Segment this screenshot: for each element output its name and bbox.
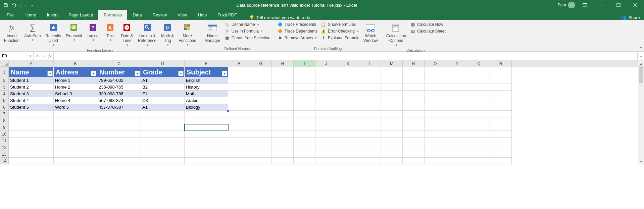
cell-G4[interactable] [250,91,272,97]
cell-O8[interactable] [425,117,446,124]
cell-C13[interactable] [97,151,141,158]
cell-I5[interactable] [294,97,315,104]
tab-view[interactable]: View [172,10,192,20]
cell-K5[interactable] [337,97,359,104]
column-header-O[interactable]: O [425,60,446,67]
cell-R1[interactable] [490,67,512,77]
cell-P9[interactable] [446,124,468,131]
tab-foxit[interactable]: Foxit PDF [212,10,242,20]
cell-F8[interactable] [228,117,250,124]
cell-H6[interactable] [272,104,294,111]
autosum-button[interactable]: ∑ AutoSum▾ [22,21,43,43]
cell-H9[interactable] [272,124,294,131]
cell-K2[interactable] [337,77,359,84]
cell-L11[interactable] [359,138,381,144]
column-header-K[interactable]: K [337,60,359,67]
cell-C1[interactable]: Number▾ [97,67,141,77]
cell-J5[interactable] [315,97,337,104]
cell-B13[interactable] [54,151,97,158]
cell-C12[interactable] [97,144,141,151]
cell-P2[interactable] [446,77,468,84]
cell-B11[interactable] [54,138,97,144]
cell-H10[interactable] [272,131,294,138]
cell-O13[interactable] [425,151,446,158]
cell-O11[interactable] [425,138,446,144]
cell-F9[interactable] [228,124,250,131]
filter-button[interactable]: ▾ [178,71,184,76]
cell-Q6[interactable] [468,104,490,111]
cell-M5[interactable] [381,97,403,104]
row-header-3[interactable]: 3 [0,84,9,91]
cell-K7[interactable] [337,111,359,117]
cell-B5[interactable]: Home 4 [54,97,97,104]
use-in-formula-button[interactable]: fxUse in Formula▾ [223,28,272,34]
cell-O1[interactable] [425,67,446,77]
cell-F5[interactable] [228,97,250,104]
scroll-up-icon[interactable]: ▲ [638,60,644,66]
cell-R3[interactable] [490,84,512,91]
cell-M1[interactable] [381,67,403,77]
scroll-down-icon[interactable]: ▼ [638,158,644,164]
cell-Q7[interactable] [468,111,490,117]
cell-B2[interactable]: Home 1 [54,77,97,84]
cell-M9[interactable] [381,124,403,131]
cell-P1[interactable] [446,67,468,77]
filter-button[interactable]: ▾ [222,71,227,76]
row-header-8[interactable]: 8 [0,117,9,124]
create-from-selection-button[interactable]: ▦Create from Selection [223,35,272,41]
cell-A1[interactable]: Name▾ [9,67,54,77]
cell-Q12[interactable] [468,144,490,151]
cell-C11[interactable] [97,138,141,144]
cell-A3[interactable]: Student 2 [9,84,54,91]
tell-me-search[interactable]: 💡 Tell me what you want to do [249,15,310,20]
cell-I9[interactable] [294,124,315,131]
cell-H12[interactable] [272,144,294,151]
cell-I14[interactable] [294,158,315,164]
cell-R12[interactable] [490,144,512,151]
cell-M13[interactable] [381,151,403,158]
cell-L7[interactable] [359,111,381,117]
row-header-11[interactable]: 11 [0,138,9,144]
cell-G3[interactable] [250,84,272,91]
cell-N12[interactable] [403,144,425,151]
cell-J4[interactable] [315,91,337,97]
row-header-10[interactable]: 10 [0,131,9,138]
ribbon-display-icon[interactable] [578,0,592,10]
cell-Q10[interactable] [468,131,490,138]
calculation-options-button[interactable]: CalculationOptions▾ [384,21,408,48]
cell-L5[interactable] [359,97,381,104]
cell-M8[interactable] [381,117,403,124]
cell-F1[interactable] [228,67,250,77]
cell-B12[interactable] [54,144,97,151]
cell-I13[interactable] [294,151,315,158]
cell-F6[interactable] [228,104,250,111]
cell-A12[interactable] [9,144,54,151]
cell-H8[interactable] [272,117,294,124]
cell-G11[interactable] [250,138,272,144]
cell-P3[interactable] [446,84,468,91]
cell-M4[interactable] [381,91,403,97]
cell-C5[interactable]: 567-098-374 [97,97,141,104]
cell-O3[interactable] [425,84,446,91]
maximize-icon[interactable] [612,0,625,10]
cell-D11[interactable] [141,138,185,144]
cell-P4[interactable] [446,91,468,97]
cell-N13[interactable] [403,151,425,158]
cancel-formula-icon[interactable]: ✕ [36,53,39,58]
tab-page-layout[interactable]: Page Layout [63,10,98,20]
cell-H5[interactable] [272,97,294,104]
cell-O2[interactable] [425,77,446,84]
cell-K1[interactable] [337,67,359,77]
undo-icon[interactable]: ▾ [11,1,18,9]
cell-J7[interactable] [315,111,337,117]
cell-D12[interactable] [141,144,185,151]
cell-R6[interactable] [490,104,512,111]
cell-J10[interactable] [315,131,337,138]
cell-B8[interactable] [54,117,97,124]
cell-J12[interactable] [315,144,337,151]
cell-K9[interactable] [337,124,359,131]
cell-N11[interactable] [403,138,425,144]
cell-F2[interactable] [228,77,250,84]
cell-O12[interactable] [425,144,446,151]
cell-E7[interactable] [185,111,228,117]
